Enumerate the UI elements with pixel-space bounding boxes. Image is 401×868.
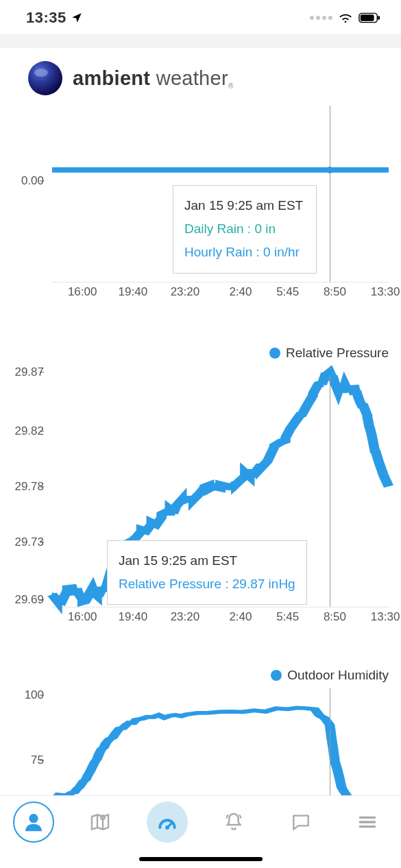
pressure-tooltip-header: Jan 15 9:25 am EST [119,549,295,572]
gauge-icon [156,811,178,833]
tooltip-line: Relative Pressure : 29.87 inHg [119,572,295,596]
x-tick-label: 19:40 [119,285,148,299]
x-tick-label: 16:00 [68,285,97,299]
bell-icon [223,811,245,833]
x-tick-label: 5:45 [276,285,299,299]
header-gap [0,34,401,48]
app-header: ambient weather® [0,48,401,106]
x-tick-label: 19:40 [119,610,148,624]
bottom-nav [0,795,401,868]
signal-dots-icon [310,16,332,20]
nav-map[interactable] [80,801,121,843]
legend-dot-icon [269,348,280,359]
pressure-marker [326,369,333,376]
rain-tooltip-header: Jan 15 9:25 am EST [184,194,305,217]
rain-crosshair [330,106,330,282]
svg-point-3 [28,61,62,95]
status-bar: 13:35 [0,0,401,34]
svg-rect-2 [378,16,380,20]
rain-x-axis: 16:0019:4023:202:405:458:5013:30 [52,285,389,306]
x-tick-label: 13:30 [371,610,400,624]
nav-menu[interactable] [347,801,388,843]
x-tick-label: 16:00 [68,610,97,624]
logo-icon [27,60,63,96]
hamburger-icon [356,811,378,833]
pressure-legend: Relative Pressure [269,346,389,361]
nav-chat[interactable] [280,801,321,843]
rain-chart[interactable]: 0.00 Jan 15 9:25 am EST Daily Rain : 0 i… [0,106,401,311]
map-icon [89,811,111,833]
registered-icon: ® [228,82,234,90]
pressure-tooltip: Jan 15 9:25 am EST Relative Pressure : 2… [107,540,307,605]
x-tick-label: 5:45 [276,610,299,624]
x-tick-label: 8:50 [324,610,346,624]
legend-dot-icon [271,670,282,681]
brand-text: ambient weather® [73,67,234,90]
status-time-text: 13:35 [26,9,66,27]
x-tick-label: 13:30 [371,285,400,299]
x-tick-label: 2:40 [229,285,252,299]
pressure-legend-label: Relative Pressure [286,346,389,361]
pressure-crosshair [330,366,330,607]
user-icon [23,811,45,833]
pressure-plot[interactable]: Jan 15 9:25 am EST Relative Pressure : 2… [52,366,389,607]
rain-tooltip: Jan 15 9:25 am EST Daily Rain : 0 inHour… [173,185,317,274]
wifi-icon [338,12,353,23]
svg-rect-1 [361,14,374,21]
pressure-y-axis: 29.8729.8229.7829.7329.69 [0,366,52,607]
tooltip-line: Hourly Rain : 0 in/hr [184,241,305,264]
brand-light: weather [156,67,228,89]
rain-plot[interactable]: Jan 15 9:25 am EST Daily Rain : 0 inHour… [52,106,389,282]
status-time: 13:35 [26,9,83,27]
svg-point-5 [29,814,38,823]
svg-line-8 [167,823,172,828]
rain-marker [326,167,333,173]
tooltip-line: Daily Rain : 0 in [184,217,305,241]
rain-y-axis: 0.00 [0,106,52,311]
x-tick-label: 23:20 [171,285,200,299]
pressure-x-axis: 16:0019:4023:202:405:458:5013:30 [52,610,389,631]
battery-icon [359,12,380,23]
location-icon [71,12,83,24]
pressure-chart[interactable]: Relative Pressure 29.8729.8229.7829.7329… [0,346,401,634]
x-tick-label: 23:20 [171,610,200,624]
chat-icon [290,811,312,833]
nav-profile[interactable] [13,801,54,843]
nav-dashboard[interactable] [147,801,188,843]
nav-alerts[interactable] [213,801,254,843]
humidity-legend-label: Outdoor Humidity [287,668,389,683]
brand-bold: ambient [73,67,150,89]
status-right [310,12,380,23]
svg-point-4 [34,69,48,77]
home-indicator[interactable] [139,857,263,861]
humidity-marker [326,723,333,730]
x-tick-label: 8:50 [324,285,346,299]
x-tick-label: 2:40 [229,610,252,624]
humidity-legend: Outdoor Humidity [271,668,389,683]
